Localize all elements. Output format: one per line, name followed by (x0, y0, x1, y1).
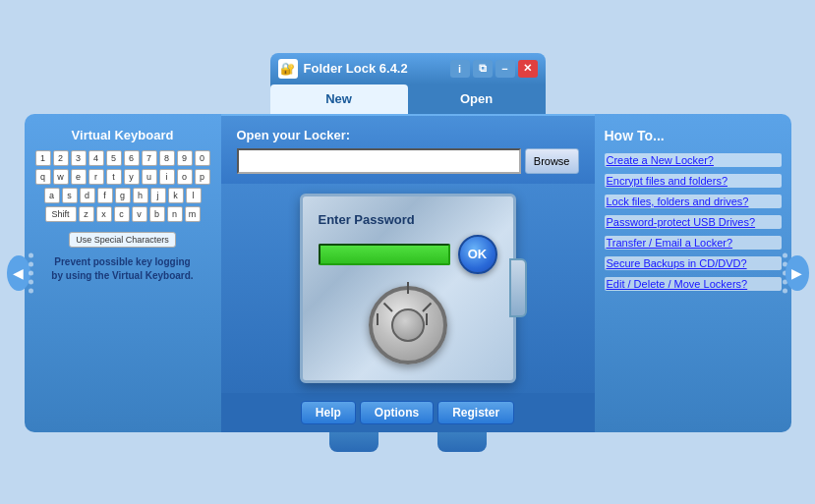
locker-input-row: Browse (237, 148, 579, 174)
vk-key-e[interactable]: e (71, 169, 87, 185)
safe-dial-container (319, 286, 497, 364)
safe-handle (509, 258, 527, 317)
vk-key-a[interactable]: a (44, 188, 60, 203)
main-row: ◀ Virtual Keyboard 1 2 3 4 5 6 7 8 9 0 (25, 114, 791, 432)
use-special-characters-button[interactable]: Use Special Characters (69, 232, 176, 248)
vk-key-1[interactable]: 1 (35, 150, 51, 166)
locker-section: Open your Locker: Browse (221, 114, 595, 184)
app-title: Folder Lock 6.4.2 (304, 61, 444, 76)
how-to-link-4[interactable]: Password-protect USB Drives? (605, 215, 782, 229)
vk-key-3[interactable]: 3 (71, 150, 87, 166)
vk-key-5[interactable]: 5 (106, 150, 122, 166)
info-button[interactable]: i (450, 60, 470, 78)
vk-key-shift[interactable]: Shift (45, 206, 77, 222)
vk-key-4[interactable]: 4 (88, 150, 104, 166)
vk-row-asdf: a s d f g h j k l (35, 188, 210, 203)
password-row: OK (319, 235, 497, 274)
vk-key-0[interactable]: 0 (195, 150, 210, 166)
vk-row-numbers: 1 2 3 4 5 6 7 8 9 0 (35, 150, 210, 166)
vk-key-b[interactable]: b (149, 206, 165, 222)
vk-key-h[interactable]: h (133, 188, 148, 203)
register-button[interactable]: Register (437, 401, 514, 424)
vk-row-shift: Shift z x c v b n m (35, 206, 210, 222)
vk-key-6[interactable]: 6 (124, 150, 140, 166)
title-bar: 🔐 Folder Lock 6.4.2 i ⧉ − ✕ (270, 53, 546, 84)
tab-new[interactable]: New (270, 84, 408, 114)
vk-key-s[interactable]: s (62, 188, 78, 203)
ok-button[interactable]: OK (458, 235, 497, 274)
how-to-link-6[interactable]: Secure Backups in CD/DVD? (605, 256, 782, 270)
vk-key-l[interactable]: l (186, 188, 202, 203)
vk-key-c[interactable]: c (114, 206, 130, 222)
vk-key-d[interactable]: d (80, 188, 95, 203)
vk-key-r[interactable]: r (88, 169, 104, 185)
vk-key-z[interactable]: z (79, 206, 94, 222)
bottom-feet (310, 432, 506, 452)
how-to-link-7[interactable]: Edit / Delete / Move Lockers? (605, 277, 782, 291)
virtual-keyboard: 1 2 3 4 5 6 7 8 9 0 q w e r t y (35, 150, 210, 222)
password-strength-bar (319, 244, 450, 265)
vk-key-p[interactable]: p (195, 169, 210, 185)
open-locker-label: Open your Locker: (237, 128, 579, 142)
how-to-panel: ▶ How To... Create a New Locker? Encrypt… (595, 114, 791, 432)
safe-area: Enter Password OK (221, 184, 595, 393)
center-panel: Open your Locker: Browse Enter Password … (221, 114, 595, 432)
foot-right (437, 432, 487, 452)
how-to-link-5[interactable]: Transfer / Email a Locker? (605, 236, 782, 250)
minimize-button[interactable]: − (495, 60, 515, 78)
vk-key-n[interactable]: n (167, 206, 183, 222)
how-to-title: How To... (605, 128, 782, 143)
vk-row-qwerty: q w e r t y u i o p (35, 169, 210, 185)
vk-key-o[interactable]: o (177, 169, 193, 185)
options-button[interactable]: Options (360, 401, 434, 424)
vk-key-7[interactable]: 7 (142, 150, 157, 166)
browse-button[interactable]: Browse (525, 148, 579, 174)
vk-key-g[interactable]: g (115, 188, 131, 203)
vk-key-8[interactable]: 8 (159, 150, 175, 166)
foot-left (329, 432, 378, 452)
vk-key-y[interactable]: y (124, 169, 140, 185)
help-button[interactable]: Help (301, 401, 356, 424)
app-icon: 🔐 (278, 59, 298, 79)
vk-key-w[interactable]: w (53, 169, 69, 185)
vk-key-2[interactable]: 2 (53, 150, 69, 166)
close-button[interactable]: ✕ (518, 60, 538, 78)
vk-key-9[interactable]: 9 (177, 150, 193, 166)
vk-key-i[interactable]: i (159, 169, 175, 185)
vk-key-q[interactable]: q (35, 169, 51, 185)
bottom-bar: Help Options Register (221, 393, 595, 432)
vk-key-m[interactable]: m (185, 206, 201, 222)
left-arrow-button[interactable]: ◀ (7, 255, 30, 291)
vk-key-j[interactable]: j (150, 188, 166, 203)
enter-password-label: Enter Password (319, 212, 497, 227)
vk-key-u[interactable]: u (142, 169, 157, 185)
vk-title: Virtual Keyboard (72, 128, 174, 142)
titlebar-buttons: i ⧉ − ✕ (450, 60, 538, 78)
vk-key-x[interactable]: x (96, 206, 112, 222)
restore-button[interactable]: ⧉ (473, 60, 493, 78)
virtual-keyboard-panel: ◀ Virtual Keyboard 1 2 3 4 5 6 7 8 9 0 (25, 114, 221, 432)
vk-key-k[interactable]: k (168, 188, 184, 203)
tab-strip: New Open (270, 84, 546, 114)
vk-key-f[interactable]: f (97, 188, 113, 203)
how-to-link-2[interactable]: Encrypt files and folders? (605, 174, 782, 188)
locker-path-input[interactable] (237, 148, 521, 174)
vk-hint: Prevent possible key loggingby using the… (51, 255, 193, 283)
vk-key-v[interactable]: v (132, 206, 147, 222)
safe-dial (369, 286, 447, 364)
how-to-link-3[interactable]: Lock files, folders and drives? (605, 195, 782, 208)
safe-door: Enter Password OK (300, 194, 516, 383)
vk-key-t[interactable]: t (106, 169, 122, 185)
how-to-link-1[interactable]: Create a New Locker? (605, 153, 782, 167)
right-arrow-button[interactable]: ▶ (786, 255, 809, 291)
tab-open[interactable]: Open (408, 84, 546, 114)
